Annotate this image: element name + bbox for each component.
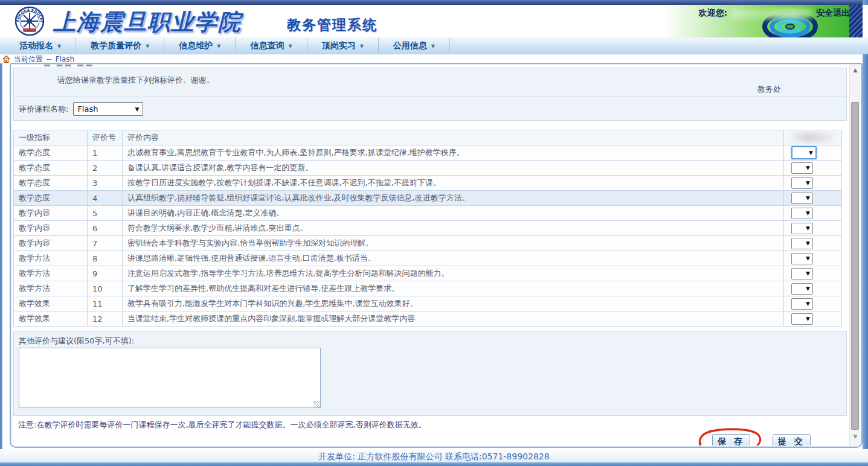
table-row: 教学内容 7 密切结合本学科教学与实验内容,恰当举例帮助学生加深对知识的理解。 … — [14, 236, 842, 251]
table-row: 教学内容 5 讲课目的明确,内容正确,概念清楚,定义准确。 ▼ — [14, 206, 842, 221]
intro-panel: 请您给课堂教学质量按下列指标评价。谢谢。 教务处 评价课程名称: Flash ▼ — [13, 68, 847, 121]
row-category: 教学方法 — [14, 281, 88, 296]
select-caret-icon: ▼ — [806, 301, 810, 307]
row-content: 注意运用启发式教学,指导学生学习方法,培养思维方法,提高学生分析问题和解决问题的… — [123, 266, 784, 281]
row-category: 教学态度 — [14, 145, 88, 161]
content-scroll-area: ▬ ▬▬ ▬▬ 请您给课堂教学质量按下列指标评价。谢谢。 教务处 评价课程名称:… — [12, 65, 849, 445]
nav-item-label: 活动报名 — [19, 40, 53, 51]
row-number: 3 — [88, 176, 123, 191]
score-select[interactable]: ▼ — [791, 298, 813, 310]
row-content: 当课堂结束,学生对教师授课的重点内容印象深刻,能掌握或理解大部分课堂教学内容 — [123, 311, 784, 327]
table-row: 教学方法 10 了解学生学习的差异性,帮助优生提高和对差生进行辅导,使差生跟上教… — [14, 281, 842, 296]
score-select[interactable]: ▼ — [791, 253, 813, 264]
comments-textarea[interactable] — [19, 348, 321, 408]
score-select[interactable]: ▼ — [791, 238, 813, 249]
nav-item-label: 公用信息 — [393, 40, 427, 51]
select-caret-icon: ▼ — [806, 270, 810, 276]
row-content: 讲课目的明确,内容正确,概念清楚,定义准确。 — [123, 206, 784, 221]
window-top-bar — [0, 0, 868, 5]
table-row: 教学内容 6 符合教学大纲要求,教学少而精,讲清难点,突出重点。 ▼ — [14, 221, 842, 236]
score-select[interactable]: ▼ — [791, 268, 813, 279]
course-select[interactable]: Flash ▼ — [73, 102, 143, 116]
scroll-up-arrow[interactable]: ▲ — [850, 67, 861, 77]
row-number: 2 — [88, 161, 123, 176]
table-header-row: 一级指标 评价号 评价内容 — [14, 130, 842, 145]
window-right-border — [863, 0, 868, 466]
logout-link[interactable]: 安全退出 — [816, 8, 850, 19]
page-header: 欢迎您: 安全退出 AURORA EDUCATION 上海震旦职业学院 教务管理… — [0, 5, 868, 37]
row-content: 符合教学大纲要求,教学少而精,讲清难点,突出重点。 — [123, 221, 784, 236]
main-nav: 活动报名 ▼ 教学质量评价 ▼ 信息维护 ▼ 信息查询 ▼ 顶岗实习 ▼ 公用信… — [0, 37, 868, 54]
page-footer: 开发单位: 正方软件股份有限公司 联系电话:0571-89902828 — [0, 449, 868, 466]
table-row: 教学效果 12 当课堂结束,学生对教师授课的重点内容印象深刻,能掌握或理解大部分… — [14, 311, 842, 327]
vertical-scrollbar[interactable]: ▲ ▼ — [849, 65, 860, 445]
score-select[interactable]: ▼ — [791, 283, 813, 295]
table-row: 教学态度 2 备课认真,讲课适合授课对象,教学内容有一定的更新。 ▼ — [14, 161, 842, 176]
breadcrumb-separator: -- — [47, 55, 52, 63]
chevron-down-icon: ▼ — [57, 43, 61, 49]
select-caret-icon: ▼ — [806, 165, 810, 171]
nav-menu-item[interactable]: 信息维护 ▼ — [164, 38, 236, 54]
table-row: 教学态度 3 按教学日历进度实施教学,按教学计划授课,不缺课,不任意调课,不迟到… — [14, 176, 842, 191]
select-caret-icon: ▼ — [806, 210, 810, 216]
row-content: 认真组织教学,搞好辅导答疑,组织好课堂讨论,认真批改作业,及时收集教学反馈信息,… — [123, 191, 784, 206]
score-select[interactable]: ▼ — [791, 193, 813, 204]
submit-button[interactable]: 提 交 — [773, 434, 811, 445]
score-select[interactable]: ▼ — [791, 177, 813, 189]
row-number: 12 — [88, 311, 123, 327]
system-title: 教务管理系统 — [287, 16, 378, 34]
row-category: 教学内容 — [14, 236, 88, 251]
header-hatch-pattern — [849, 5, 863, 37]
row-category: 教学效果 — [14, 296, 88, 311]
score-select[interactable]: ▼ — [791, 313, 813, 325]
footer-text: 开发单位: 正方软件股份有限公司 联系电话:0571-89902828 — [0, 449, 868, 462]
chevron-down-icon: ▼ — [217, 43, 220, 49]
nav-menu-item[interactable]: 信息查询 ▼ — [236, 38, 307, 54]
chevron-down-icon: ▼ — [288, 43, 292, 49]
row-content: 教学具有吸引力,能激发学生对本门学科知识的兴趣,学生思维集中,课堂互动效果好。 — [123, 296, 784, 311]
nav-menu-item[interactable]: 活动报名 ▼ — [5, 38, 76, 54]
header-category: 一级指标 — [14, 130, 88, 145]
window-left-border — [0, 58, 2, 466]
table-row: 教学效果 11 教学具有吸引力,能激发学生对本门学科知识的兴趣,学生思维集中,课… — [14, 296, 842, 311]
row-number: 5 — [88, 206, 123, 221]
comments-panel: 其他评价与建议(限50字,可不填): — [13, 331, 847, 416]
row-content: 了解学生学习的差异性,帮助优生提高和对差生进行辅导,使差生跟上教学要求。 — [123, 281, 784, 296]
row-category: 教学方法 — [14, 266, 88, 281]
welcome-label: 欢迎您: — [698, 8, 727, 19]
scroll-down-arrow[interactable]: ▼ — [850, 433, 861, 443]
nav-menu-item[interactable]: 教学质量评价 ▼ — [76, 38, 164, 54]
score-select[interactable]: ▼ — [791, 162, 813, 174]
panel-divider — [14, 97, 846, 97]
nav-menu-item[interactable]: 公用信息 ▼ — [379, 38, 450, 54]
row-category: 教学效果 — [14, 311, 88, 327]
evaluation-table-body: 教学态度 1 忠诚教育事业,寓思想教育于专业教育中,为人师表,坚持原则,严格要求… — [14, 145, 842, 327]
breadcrumb-current: Flash — [56, 55, 74, 63]
row-content: 按教学日历进度实施教学,按教学计划授课,不缺课,不任意调课,不迟到,不拖堂,不提… — [123, 176, 784, 191]
row-content: 讲课思路清晰,逻辑性强,使用普通话授课,语言生动,口齿清楚,板书适当。 — [123, 251, 784, 266]
redacted-blob — [791, 133, 835, 142]
row-content: 备课认真,讲课适合授课对象,教学内容有一定的更新。 — [123, 161, 784, 176]
save-button[interactable]: 保 存 — [712, 434, 750, 445]
score-select[interactable]: ▼ — [791, 208, 813, 219]
nav-item-label: 顶岗实习 — [322, 40, 356, 51]
row-number: 4 — [88, 191, 123, 206]
row-number: 8 — [88, 251, 123, 266]
row-category: 教学态度 — [14, 161, 88, 176]
score-select[interactable]: ▼ — [791, 223, 813, 234]
select-caret-icon: ▼ — [806, 316, 810, 322]
row-category: 教学态度 — [14, 191, 88, 206]
school-name: 上海震旦职业学院 — [53, 7, 242, 37]
row-number: 10 — [88, 281, 123, 296]
row-number: 11 — [88, 296, 123, 311]
score-select[interactable]: ▼ — [791, 146, 817, 159]
scrollbar-thumb[interactable] — [851, 102, 859, 430]
select-caret-icon: ▼ — [806, 240, 810, 246]
row-number: 7 — [88, 236, 123, 251]
nav-menu-item[interactable]: 顶岗实习 ▼ — [307, 38, 379, 54]
redacted-username — [731, 8, 812, 19]
course-select-label: 评价课程名称: — [19, 104, 68, 115]
row-category: 教学态度 — [14, 176, 88, 191]
row-content: 忠诚教育事业,寓思想教育于专业教育中,为人师表,坚持原则,严格要求,抓课堂纪律,… — [123, 145, 784, 161]
header-content: 评价内容 — [123, 130, 784, 145]
